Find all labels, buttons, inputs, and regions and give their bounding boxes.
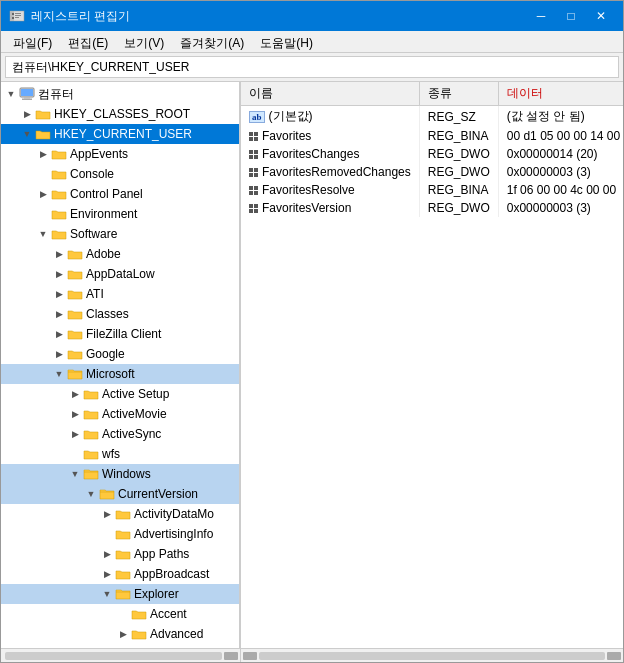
node-label-appevents: AppEvents xyxy=(70,147,128,161)
node-label-environment: Environment xyxy=(70,207,137,221)
computer-icon xyxy=(19,87,35,101)
address-bar: 컴퓨터\HKEY_CURRENT_USER xyxy=(5,56,619,78)
cell-data: 0x00000014 (20) xyxy=(498,145,623,163)
expand-windows[interactable]: ▼ xyxy=(67,466,83,482)
tree-node-classes[interactable]: ▶ Classes xyxy=(1,304,239,324)
folder-icon-currentversion xyxy=(99,487,115,501)
folder-icon-activesetup xyxy=(83,387,99,401)
tree-node-ati[interactable]: ▶ ATI xyxy=(1,284,239,304)
expand-software[interactable]: ▼ xyxy=(35,226,51,242)
expand-filezilla[interactable]: ▶ xyxy=(51,326,67,342)
col-name[interactable]: 이름 xyxy=(241,82,419,106)
menu-favorites[interactable]: 즐겨찾기(A) xyxy=(172,33,252,50)
cell-data: (값 설정 안 됨) xyxy=(498,106,623,128)
tree-node-computer[interactable]: ▼ 컴퓨터 xyxy=(1,84,239,104)
cell-name: FavoritesVersion xyxy=(241,199,419,217)
expand-appbroadcast[interactable]: ▶ xyxy=(99,566,115,582)
node-label-hkcu: HKEY_CURRENT_USER xyxy=(54,127,192,141)
node-label-console: Console xyxy=(70,167,114,181)
tree-node-microsoft[interactable]: ▼ Microsoft xyxy=(1,364,239,384)
detail-pane[interactable]: 이름 종류 데이터 ab(기본값)REG_SZ(값 설정 안 됨)Favorit… xyxy=(241,82,623,648)
tree-node-advertisinginfo[interactable]: ▶ AdvertisingInfo xyxy=(1,524,239,544)
menu-view[interactable]: 보기(V) xyxy=(116,33,172,50)
cell-type: REG_DWO xyxy=(419,199,498,217)
tree-node-controlpanel[interactable]: ▶ Control Panel xyxy=(1,184,239,204)
table-row[interactable]: FavoritesREG_BINA00 d1 05 00 00 14 00 xyxy=(241,127,623,145)
expand-computer[interactable]: ▼ xyxy=(3,86,19,102)
node-label-windows: Windows xyxy=(102,467,151,481)
node-label-currentversion: CurrentVersion xyxy=(118,487,198,501)
expand-classes[interactable]: ▶ xyxy=(51,306,67,322)
folder-icon-filezilla xyxy=(67,327,83,341)
table-row[interactable]: FavoritesChangesREG_DWO0x00000014 (20) xyxy=(241,145,623,163)
expand-activemovie[interactable]: ▶ xyxy=(67,406,83,422)
col-data[interactable]: 데이터 xyxy=(498,82,623,106)
folder-icon-activesync xyxy=(83,427,99,441)
svg-rect-3 xyxy=(12,17,14,19)
folder-icon-advertisinginfo xyxy=(115,527,131,541)
tree-node-currentversion[interactable]: ▼ CurrentVersion xyxy=(1,484,239,504)
expand-activitydatamo[interactable]: ▶ xyxy=(99,506,115,522)
tree-node-activitydatamo[interactable]: ▶ ActivityDataMo xyxy=(1,504,239,524)
tree-node-appdatalow[interactable]: ▶ AppDataLow xyxy=(1,264,239,284)
cell-data: 1f 06 00 00 4c 00 00 xyxy=(498,181,623,199)
minimize-button[interactable]: ─ xyxy=(527,6,555,26)
expand-ati[interactable]: ▶ xyxy=(51,286,67,302)
tree-node-console[interactable]: ▶ Console xyxy=(1,164,239,184)
tree-node-filezilla[interactable]: ▶ FileZilla Client xyxy=(1,324,239,344)
menu-edit[interactable]: 편집(E) xyxy=(60,33,116,50)
address-value: 컴퓨터\HKEY_CURRENT_USER xyxy=(12,60,189,74)
tree-node-activesync[interactable]: ▶ ActiveSync xyxy=(1,424,239,444)
maximize-button[interactable]: □ xyxy=(557,6,585,26)
table-row[interactable]: FavoritesRemovedChangesREG_DWO0x00000003… xyxy=(241,163,623,181)
tree-node-software[interactable]: ▼ Software xyxy=(1,224,239,244)
folder-icon-microsoft xyxy=(67,367,83,381)
tree-node-advanced[interactable]: ▶ Advanced xyxy=(1,624,239,644)
cell-type: REG_BINA xyxy=(419,127,498,145)
tree-node-explorer[interactable]: ▼ Explorer xyxy=(1,584,239,604)
expand-appdatalow[interactable]: ▶ xyxy=(51,266,67,282)
expand-controlpanel[interactable]: ▶ xyxy=(35,186,51,202)
table-row[interactable]: ab(기본값)REG_SZ(값 설정 안 됨) xyxy=(241,106,623,128)
tree-node-hkcr[interactable]: ▶ HKEY_CLASSES_ROOT xyxy=(1,104,239,124)
menu-file[interactable]: 파일(F) xyxy=(5,33,60,50)
window: 레지스트리 편집기 ─ □ ✕ 파일(F) 편집(E) 보기(V) 즐겨찾기(A… xyxy=(0,0,624,663)
tree-node-apppaths[interactable]: ▶ App Paths xyxy=(1,544,239,564)
folder-icon-adobe xyxy=(67,247,83,261)
expand-hkcu[interactable]: ▼ xyxy=(19,126,35,142)
tree-node-google[interactable]: ▶ Google xyxy=(1,344,239,364)
tree-node-environment[interactable]: ▶ Environment xyxy=(1,204,239,224)
tree-node-appbroadcast[interactable]: ▶ AppBroadcast xyxy=(1,564,239,584)
expand-hkcr[interactable]: ▶ xyxy=(19,106,35,122)
tree-node-wfs[interactable]: ▶ wfs xyxy=(1,444,239,464)
window-title: 레지스트리 편집기 xyxy=(31,8,130,25)
tree-pane[interactable]: ▼ 컴퓨터 ▶ HKEY_CLASSES_ROOT ▼ xyxy=(1,82,241,648)
expand-activesetup[interactable]: ▶ xyxy=(67,386,83,402)
expand-activesync[interactable]: ▶ xyxy=(67,426,83,442)
tree-node-hkcu[interactable]: ▼ HKEY_CURRENT_USER xyxy=(1,124,239,144)
expand-google[interactable]: ▶ xyxy=(51,346,67,362)
folder-icon-accent xyxy=(131,607,147,621)
expand-advanced[interactable]: ▶ xyxy=(115,626,131,642)
expand-microsoft[interactable]: ▼ xyxy=(51,366,67,382)
tree-node-activemovie[interactable]: ▶ ActiveMovie xyxy=(1,404,239,424)
close-button[interactable]: ✕ xyxy=(587,6,615,26)
expand-apppaths[interactable]: ▶ xyxy=(99,546,115,562)
expand-currentversion[interactable]: ▼ xyxy=(83,486,99,502)
col-type[interactable]: 종류 xyxy=(419,82,498,106)
tree-node-windows[interactable]: ▼ Windows xyxy=(1,464,239,484)
table-row[interactable]: FavoritesVersionREG_DWO0x00000003 (3) xyxy=(241,199,623,217)
table-row[interactable]: FavoritesResolveREG_BINA1f 06 00 00 4c 0… xyxy=(241,181,623,199)
tree-node-activesetup[interactable]: ▶ Active Setup xyxy=(1,384,239,404)
expand-explorer[interactable]: ▼ xyxy=(99,586,115,602)
svg-rect-4 xyxy=(15,13,21,14)
node-label-classes: Classes xyxy=(86,307,129,321)
folder-icon-ati xyxy=(67,287,83,301)
tree-node-appevents[interactable]: ▶ AppEvents xyxy=(1,144,239,164)
cell-type: REG_DWO xyxy=(419,145,498,163)
menu-help[interactable]: 도움말(H) xyxy=(252,33,321,50)
tree-node-adobe[interactable]: ▶ Adobe xyxy=(1,244,239,264)
tree-node-accent[interactable]: ▶ Accent xyxy=(1,604,239,624)
expand-appevents[interactable]: ▶ xyxy=(35,146,51,162)
expand-adobe[interactable]: ▶ xyxy=(51,246,67,262)
